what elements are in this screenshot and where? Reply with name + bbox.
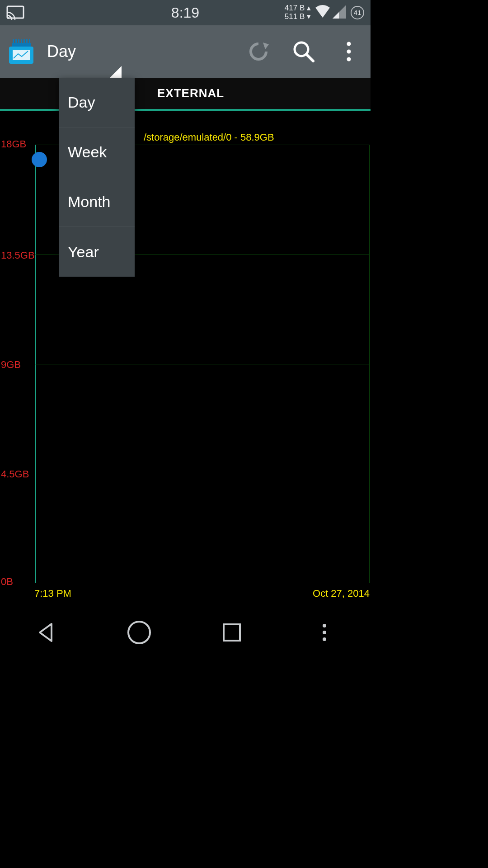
tab-bar: EXTERNAL: [0, 78, 371, 111]
x-axis-start: 7:13 PM: [34, 588, 71, 599]
y-tick-label: 0B: [1, 576, 13, 588]
period-dropdown: Day Week Month Year: [59, 78, 135, 277]
svg-point-20: [323, 631, 326, 634]
svg-rect-9: [29, 39, 30, 44]
svg-point-15: [347, 50, 351, 54]
dropdown-item-year[interactable]: Year: [59, 227, 135, 277]
chart-area: /storage/emulated/0 - 58.9GB 18GB 13.5GB…: [0, 111, 371, 607]
status-bar: 8:19 417 B ▴ 511 B ▾ 41: [0, 0, 371, 25]
svg-point-16: [347, 57, 351, 61]
svg-rect-5: [18, 39, 19, 44]
y-tick-label: 4.5GB: [1, 468, 29, 480]
svg-rect-4: [15, 39, 17, 44]
svg-rect-6: [21, 39, 22, 44]
app-icon: [9, 39, 33, 64]
back-button[interactable]: [33, 619, 60, 646]
svg-rect-3: [13, 39, 14, 44]
x-axis-end: Oct 27, 2014: [313, 588, 370, 599]
app-bar: Day: [0, 25, 371, 78]
data-point: [32, 152, 47, 167]
status-time: 8:19: [171, 5, 199, 21]
svg-rect-7: [23, 39, 25, 44]
svg-point-21: [323, 637, 326, 641]
overflow-menu-button[interactable]: [336, 39, 361, 64]
period-spinner[interactable]: Day: [47, 25, 122, 78]
y-tick-label: 13.5GB: [1, 250, 35, 261]
svg-line-13: [306, 54, 313, 61]
tab-external[interactable]: EXTERNAL: [157, 86, 224, 100]
svg-rect-8: [26, 39, 28, 44]
chart-title: /storage/emulated/0 - 58.9GB: [144, 132, 274, 143]
svg-point-14: [347, 42, 351, 46]
svg-point-19: [323, 624, 326, 627]
home-button[interactable]: [126, 619, 152, 646]
svg-rect-18: [224, 624, 240, 641]
action-bar: [246, 39, 361, 64]
recents-button[interactable]: [219, 619, 245, 646]
wifi-icon: [314, 5, 331, 21]
grid-line: [35, 364, 370, 364]
cell-icon: [333, 5, 346, 21]
battery-badge: 41: [351, 6, 364, 19]
svg-point-1: [7, 17, 9, 19]
system-nav-bar: [0, 607, 371, 658]
refresh-button[interactable]: [246, 39, 271, 64]
search-button[interactable]: [291, 39, 316, 64]
dropdown-item-month[interactable]: Month: [59, 177, 135, 227]
svg-point-17: [128, 622, 150, 643]
nav-menu-button[interactable]: [311, 619, 338, 646]
dropdown-item-day[interactable]: Day: [59, 78, 135, 127]
network-speed: 417 B ▴ 511 B ▾: [285, 4, 311, 21]
grid-line: [35, 474, 370, 474]
status-right: 417 B ▴ 511 B ▾ 41: [285, 4, 364, 21]
y-tick-label: 18GB: [1, 138, 26, 150]
spinner-indicator-icon: [110, 66, 122, 78]
spinner-selected-label: Day: [47, 42, 76, 61]
y-tick-label: 9GB: [1, 359, 21, 371]
cast-icon: [6, 5, 24, 20]
dropdown-item-week[interactable]: Week: [59, 127, 135, 177]
